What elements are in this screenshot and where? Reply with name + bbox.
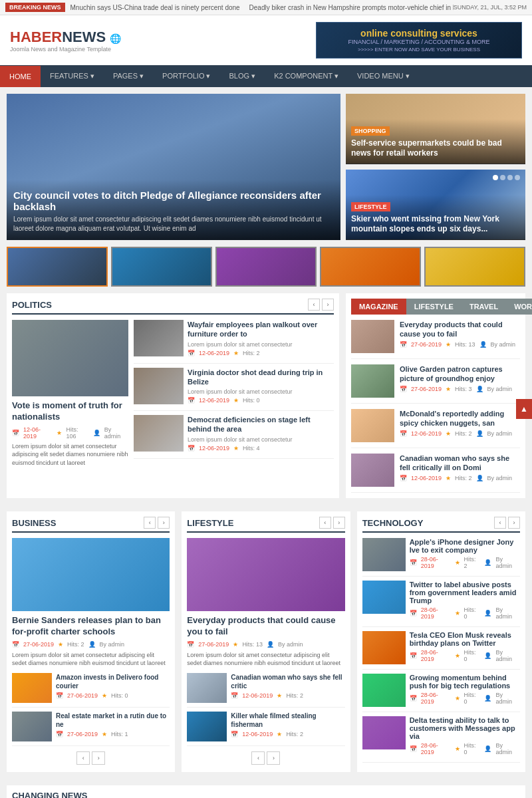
business-featured-meta: 📅 27-06-2019 ★ Hits: 2 👤 By admin [12, 641, 170, 648]
lifestyle-next[interactable]: › [333, 517, 345, 529]
hero-card-1-title: Self-service supermarkets could be bad n… [351, 138, 520, 159]
mag-art-3-title[interactable]: McDonald's reportedly adding spicy chick… [400, 409, 520, 428]
politics-item-2-desc: Lorem ipsum dolor sit amet consectetur [188, 388, 334, 395]
hero-card-2[interactable]: LIFESTYLE Skier who went missing from Ne… [346, 170, 525, 240]
nav-features[interactable]: FEATURES ▾ [41, 65, 104, 87]
tech-art-4-thumb [362, 674, 406, 707]
nav-pages[interactable]: PAGES ▾ [104, 65, 153, 87]
tech-art-1-title[interactable]: Apple's iPhone designer Jony Ive to exit… [410, 538, 520, 554]
tech-art-2-title[interactable]: Twitter to label abusive posts from gove… [410, 581, 520, 604]
nav-video[interactable]: VIDEO MENU ▾ [348, 65, 419, 87]
scroll-up-button[interactable]: ▲ [516, 399, 532, 419]
business-featured-title[interactable]: Bernie Sanders releases plan to ban for-… [12, 615, 170, 638]
tech-next[interactable]: › [508, 517, 520, 529]
tech-art-4-content: Growing momentum behind push for big tec… [410, 674, 520, 708]
tab-travel[interactable]: TRAVEL [462, 299, 506, 315]
tech-prev[interactable]: ‹ [494, 517, 506, 529]
dot-1 [493, 175, 498, 180]
business-pagination: ‹ › [12, 751, 170, 765]
tech-art-4-title[interactable]: Growing momentum behind push for big tec… [410, 674, 520, 690]
politics-item-1-meta: 📅 12-06-2019 ★ Hits: 2 [188, 350, 334, 356]
business-next[interactable]: › [158, 517, 170, 529]
hero-card-1[interactable]: SHOPPING Self-service supermarkets could… [346, 94, 525, 164]
thumb-2[interactable] [111, 247, 212, 287]
tab-lifestyle[interactable]: LIFESTYLE [406, 299, 462, 315]
header-ad[interactable]: online consulting services FINANCIAL / M… [316, 22, 522, 59]
politics-item-3-content: Democrat deficiencies on stage left behi… [188, 415, 334, 454]
politics-item-1-desc: Lorem ipsum dolor sit amet consectetur [188, 341, 334, 348]
politics-featured-title: Vote is moment of truth for nationalists [12, 400, 128, 423]
lif-art-1-title[interactable]: Canadian woman who says she fell critic [231, 673, 344, 690]
technology-arrows: ‹ › [494, 517, 520, 529]
technology-title: TECHNOLOGY [362, 518, 424, 528]
nav-portfolio[interactable]: PORTFOLIO ▾ [153, 65, 219, 87]
politics-featured-desc: Lorem ipsum dolor sit amet consectetur a… [12, 442, 128, 467]
mag-art-4-title[interactable]: Canadian woman who says she fell critica… [400, 454, 520, 473]
hero-main-desc: Lorem ipsum dolor sit amet consectetur a… [13, 215, 334, 233]
hero-card-2-tag: LIFESTYLE [351, 202, 390, 211]
tech-art-3-title[interactable]: Tesla CEO Elon Musk reveals birthday pla… [410, 631, 520, 647]
politics-item-2-title[interactable]: Virginia doctor shot dead during trip in… [188, 368, 334, 387]
business-prev[interactable]: ‹ [144, 517, 156, 529]
star-icon: ★ [57, 430, 62, 436]
mag-article-2: Olive Garden patron captures picture of … [351, 364, 520, 404]
technology-section: TECHNOLOGY ‹ › Apple's iPhone designer J… [357, 511, 525, 772]
politics-item-2-content: Virginia doctor shot dead during trip in… [188, 368, 334, 407]
mag-article-3: McDonald's reportedly adding spicy chick… [351, 409, 520, 448]
biz-page-next[interactable]: › [92, 751, 105, 765]
biz-art-1-title[interactable]: Amazon invests in Delivero food courier [56, 673, 170, 690]
lifestyle-article-list: Canadian woman who says she fell critic … [187, 673, 344, 746]
tech-art-5-title[interactable]: Delta testing ability to talk to custome… [410, 716, 520, 740]
tab-magazine[interactable]: MAGAZINE [351, 299, 406, 315]
lifestyle-featured-img [187, 538, 344, 611]
mag-art-2-title[interactable]: Olive Garden patron captures picture of … [400, 364, 520, 384]
lif-art-2-content: Killer whale filmed stealing fisherman 📅… [231, 712, 344, 741]
magazine-article-list: Everyday products that could cause you t… [351, 320, 520, 493]
lifestyle-section: LIFESTYLE ‹ › Everyday products that cou… [182, 511, 350, 772]
site-logo[interactable]: HABERNEWS 🌐 Joomla News and Magazine Tem… [10, 29, 121, 53]
lifestyle-prev[interactable]: ‹ [319, 517, 331, 529]
lif-page-next[interactable]: › [267, 751, 280, 765]
tech-art-5: Delta testing ability to talk to custome… [362, 716, 520, 763]
biz-art-1-thumb [12, 673, 52, 703]
nav-k2[interactable]: K2 COMPONENT ▾ [265, 65, 348, 87]
lif-art-2: Killer whale filmed stealing fisherman 📅… [187, 712, 344, 746]
thumb-4[interactable] [320, 247, 421, 287]
lif-page-prev[interactable]: ‹ [251, 751, 265, 765]
business-featured-img [12, 538, 170, 611]
mag-art-1-title[interactable]: Everyday products that could cause you t… [400, 320, 520, 339]
nav-blog[interactable]: BLOG ▾ [220, 65, 265, 87]
nav-home[interactable]: HOME [0, 66, 41, 87]
politics-next[interactable]: › [322, 299, 334, 311]
changing-news-section: CHANGING NEWS [7, 785, 525, 798]
user-icon: 👤 [93, 430, 100, 436]
politics-grid: Vote is moment of truth for nationalists… [12, 320, 334, 467]
politics-item-3: Democrat deficiencies on stage left behi… [134, 415, 334, 459]
mag-art-3-thumb [351, 409, 394, 442]
politics-item-3-meta: 📅 12-06-2019 ★ Hits: 4 [188, 445, 334, 452]
ad-cta: >>>>> ENTER NOW AND SAVE YOUR BUSINESS [325, 47, 513, 53]
biz-art-2-title[interactable]: Real estate market in a rutin due to ne [56, 712, 170, 729]
breaking-date: SUNDAY, 21, JUL, 3:52 PM [454, 4, 527, 11]
thumb-1[interactable] [7, 247, 108, 287]
biz-page-prev[interactable]: ‹ [76, 751, 90, 765]
tech-art-1-thumb [362, 538, 406, 571]
hero-main[interactable]: City council votes to ditch Pledge of Al… [7, 94, 340, 240]
politics-item-1-thumb [134, 320, 184, 356]
business-header: BUSINESS ‹ › [12, 517, 170, 533]
lifestyle-featured-desc: Lorem ipsum dolor sit amet consectetur a… [187, 651, 344, 668]
lif-art-2-title[interactable]: Killer whale filmed stealing fisherman [231, 712, 344, 729]
politics-prev[interactable]: ‹ [308, 299, 320, 311]
lifestyle-featured-title[interactable]: Everyday products that could cause you t… [187, 615, 344, 638]
tech-art-3-thumb [362, 631, 406, 664]
politics-item-3-title[interactable]: Democrat deficiencies on stage left behi… [188, 415, 334, 434]
politics-item-1-title[interactable]: Wayfair employees plan walkout over furn… [188, 320, 334, 339]
politics-featured-img [12, 320, 128, 396]
three-col-section: BUSINESS ‹ › Bernie Sanders releases pla… [7, 511, 525, 772]
tab-world[interactable]: WORLD [506, 299, 532, 315]
thumb-3[interactable] [215, 247, 317, 287]
biz-art-2-thumb [12, 712, 52, 741]
thumb-5[interactable] [424, 247, 525, 287]
politics-item-3-desc: Lorem ipsum dolor sit amet consectetur [188, 436, 334, 443]
politics-item-2: Virginia doctor shot dead during trip in… [134, 368, 334, 412]
